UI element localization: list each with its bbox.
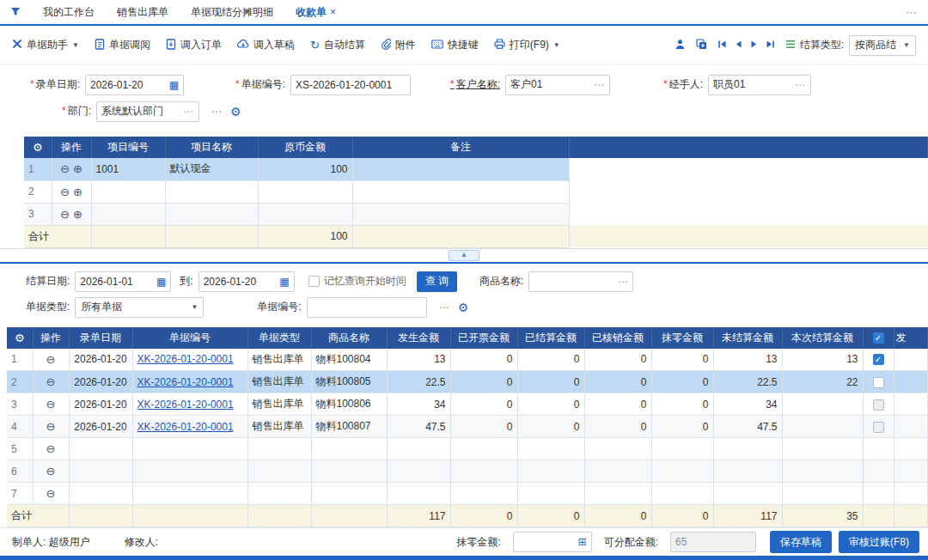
doc-no-link[interactable]: XK-2026-01-20-0001 xyxy=(137,399,234,411)
lookup-icon[interactable]: ⋯ xyxy=(616,276,628,288)
doc-no-link[interactable]: XK-2026-01-20-0001 xyxy=(137,353,234,365)
items-table-row[interactable]: 2⊖⊕ xyxy=(24,180,928,203)
customer-input[interactable]: 客户01 ⋯ xyxy=(505,75,610,95)
doc-assistant-button[interactable]: 单据助手 ▼ xyxy=(12,38,79,52)
nav-first-icon[interactable] xyxy=(717,40,727,52)
total-invoiced: 0 xyxy=(450,505,517,527)
auto-settle-button[interactable]: ↻ 自动结算 xyxy=(310,38,365,52)
row-checkbox[interactable]: ✓ xyxy=(873,354,884,365)
remove-row-icon[interactable]: ⊖ xyxy=(46,465,56,478)
attachment-button[interactable]: 附件 xyxy=(381,38,416,52)
tab-sales-outbound[interactable]: 销售出库单 xyxy=(117,0,168,24)
remove-row-icon[interactable]: ⊖ xyxy=(60,186,70,198)
doc-no-link[interactable]: XK-2026-01-20-0001 xyxy=(137,376,234,388)
remove-row-icon[interactable]: ⊖ xyxy=(60,208,70,221)
remove-row-icon[interactable]: ⊖ xyxy=(60,162,70,175)
filter-icon[interactable] xyxy=(10,6,21,19)
doc-no-input[interactable]: XS-2026-01-20-0001 xyxy=(290,75,411,95)
calculator-icon[interactable]: ⊞ xyxy=(578,536,587,548)
add-row-icon[interactable]: ⊕ xyxy=(73,186,82,198)
import-order-button[interactable]: 调入订单 xyxy=(166,38,222,52)
query-button[interactable]: 查 询 xyxy=(417,271,457,292)
nav-last-icon[interactable] xyxy=(766,40,775,52)
row-checkbox[interactable] xyxy=(873,422,884,433)
items-table-settings-icon[interactable]: ⚙ xyxy=(24,137,52,158)
remove-row-icon[interactable]: ⊖ xyxy=(46,442,56,455)
items-col-op: 操作 xyxy=(52,137,91,158)
shortcut-button[interactable]: 快捷键 xyxy=(431,38,479,52)
add-row-icon[interactable]: ⊕ xyxy=(73,208,82,221)
settled-cell: 0 xyxy=(517,393,584,416)
settle-table-row[interactable]: 4⊖2026-01-20XK-2026-01-20-0001销售出库单物料100… xyxy=(7,416,928,438)
record-navigation xyxy=(717,40,775,52)
import-draft-button[interactable]: 调入草稿 xyxy=(237,38,295,52)
settle-table-row[interactable]: 6⊖ xyxy=(7,460,928,483)
tab-receipt-order[interactable]: 收款单 × xyxy=(296,0,336,24)
remove-row-icon[interactable]: ⊖ xyxy=(46,487,56,500)
doc-no-label: *单据编号: xyxy=(235,77,285,92)
lookup-icon[interactable]: ⋯ xyxy=(182,106,194,118)
save-draft-button[interactable]: 保存草稿 xyxy=(770,531,832,553)
select-all-checkbox[interactable]: ✓ xyxy=(873,332,884,344)
remove-row-icon[interactable]: ⊖ xyxy=(46,375,56,388)
more-fields-icon[interactable]: ⋯ xyxy=(211,106,222,118)
remove-row-icon[interactable]: ⊖ xyxy=(46,353,56,366)
form-settings-gear-icon[interactable]: ⚙ xyxy=(230,105,241,119)
print-button[interactable]: 打印(F9) ▼ xyxy=(494,38,560,52)
handler-label: *经手人: xyxy=(663,77,703,92)
record-date-input[interactable]: 2026-01-20 ▦ xyxy=(85,75,184,95)
copy-new-icon[interactable] xyxy=(696,39,707,52)
settle-table-row[interactable]: 1⊖2026-01-20XK-2026-01-20-0001销售出库单物料100… xyxy=(7,349,928,371)
product-name-input[interactable]: ⋯ xyxy=(528,271,633,292)
row-number: 2 xyxy=(24,180,52,203)
doc-review-button[interactable]: 单据调阅 xyxy=(95,38,150,52)
settle-table-row[interactable]: 7⊖ xyxy=(7,483,928,505)
calendar-icon[interactable]: ▦ xyxy=(156,276,166,288)
tab-my-workbench[interactable]: 我的工作台 xyxy=(43,0,95,24)
remember-start-checkbox[interactable] xyxy=(308,276,320,287)
date-to-input[interactable]: 2026-01-20 ▦ xyxy=(198,271,295,292)
calendar-icon[interactable]: ▦ xyxy=(169,79,179,91)
tab-close-icon[interactable]: × xyxy=(330,6,336,18)
chevron-down-icon: ▼ xyxy=(72,41,79,49)
dept-input[interactable]: 系统默认部门 ⋯ xyxy=(96,101,199,122)
nav-next-icon[interactable] xyxy=(750,40,758,52)
items-table-row[interactable]: 1⊖⊕1001默认现金100 xyxy=(24,158,928,180)
calendar-icon[interactable]: ▦ xyxy=(279,276,289,288)
rounding-cell: 0 xyxy=(651,393,713,416)
row-checkbox[interactable] xyxy=(873,399,884,411)
items-table-row[interactable]: 3⊖⊕ xyxy=(24,203,928,225)
amount-cell xyxy=(258,203,352,225)
customer-label[interactable]: *客户名称: xyxy=(450,77,500,92)
amount-cell: 47.5 xyxy=(387,416,450,438)
rounding-amount-input[interactable]: ⊞ xyxy=(513,532,592,552)
lookup-icon[interactable]: ⋯ xyxy=(593,79,605,91)
verified-cell: 0 xyxy=(584,349,651,371)
item-no-cell: 1001 xyxy=(91,158,165,180)
doc-no-link[interactable]: XK-2026-01-20-0001 xyxy=(137,421,234,433)
settle-table-row[interactable]: 5⊖ xyxy=(7,438,928,460)
row-ops-cell: ⊖ xyxy=(33,416,69,438)
date-from-input[interactable]: 2026-01-01 ▦ xyxy=(75,271,171,292)
tab-cash-settle-detail[interactable]: 单据现结分摊明细 xyxy=(191,0,273,24)
remove-row-icon[interactable]: ⊖ xyxy=(46,398,56,411)
more-options-icon[interactable]: ⋯ xyxy=(906,6,918,19)
handler-input[interactable]: 职员01 ⋯ xyxy=(708,75,811,95)
settle-table-row[interactable]: 3⊖2026-01-20XK-2026-01-20-0001销售出库单物料100… xyxy=(7,393,928,416)
doc-type-select[interactable]: 所有单据 ▼ xyxy=(75,297,204,318)
nav-prev-icon[interactable] xyxy=(735,40,742,52)
lookup-icon[interactable]: ⋯ xyxy=(794,79,806,91)
remove-row-icon[interactable]: ⊖ xyxy=(46,420,56,433)
settle-type-select[interactable]: 按商品结 ▼ xyxy=(849,35,916,56)
user-icon[interactable] xyxy=(675,39,686,52)
collapse-up-icon[interactable]: ▲ xyxy=(449,250,479,261)
query-settings-gear-icon[interactable]: ⚙ xyxy=(458,301,469,314)
query-doc-no-input[interactable] xyxy=(307,297,427,318)
settle-table-settings-icon[interactable]: ⚙ xyxy=(7,327,33,349)
audit-post-button[interactable]: 审核过账(F8) xyxy=(839,531,919,553)
more-query-icon[interactable]: ⋯ xyxy=(439,301,449,313)
settle-table-row[interactable]: 2⊖2026-01-20XK-2026-01-20-0001销售出库单物料100… xyxy=(7,371,928,393)
add-row-icon[interactable]: ⊕ xyxy=(73,162,82,175)
chevron-down-icon: ▼ xyxy=(553,41,560,49)
row-checkbox[interactable] xyxy=(873,377,884,388)
